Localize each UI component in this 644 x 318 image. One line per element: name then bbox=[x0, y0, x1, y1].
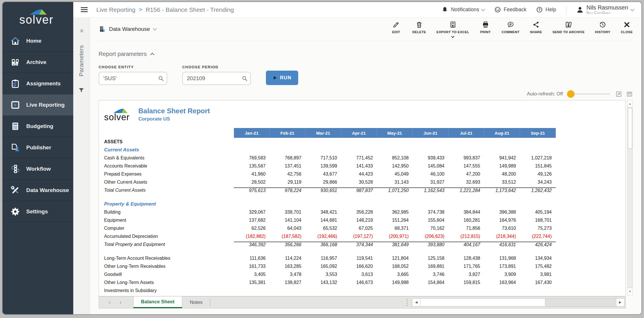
cell-value: (222,744) bbox=[520, 234, 556, 239]
row-values: 3,4053,4783,5533,6133,6653,7463,8273,909… bbox=[234, 272, 556, 277]
scroll-left-icon[interactable]: ◀ bbox=[412, 299, 420, 306]
table-row-property-equipment: Property & Equipment bbox=[104, 200, 626, 208]
feedback-button[interactable]: Feedback bbox=[494, 6, 526, 13]
history-button[interactable]: HISTORY bbox=[595, 21, 610, 34]
cell-value: 128,438 bbox=[448, 256, 484, 261]
hamburger-menu-icon[interactable] bbox=[81, 7, 88, 12]
notifications-button[interactable]: Notifications bbox=[442, 6, 485, 13]
cell-value: 404,167 bbox=[448, 242, 484, 247]
filter-funnel-icon[interactable] bbox=[78, 87, 85, 93]
scroll-up-icon[interactable]: ▲ bbox=[628, 100, 632, 108]
cell-value: 29,866 bbox=[305, 180, 341, 185]
row-label: Equipment bbox=[104, 218, 234, 223]
vertical-scroll-thumb[interactable] bbox=[628, 108, 632, 149]
cell-value: 987,837 bbox=[341, 188, 377, 193]
slider-knob[interactable] bbox=[567, 90, 574, 98]
share-button[interactable]: SHARE bbox=[530, 21, 542, 34]
sidebar-item-publisher[interactable]: Publisher bbox=[3, 137, 73, 158]
auto-refresh-slider[interactable] bbox=[567, 90, 610, 98]
horizontal-scrollbar[interactable]: ◀ ▶ bbox=[412, 298, 624, 306]
cell-value: 49,126 bbox=[520, 172, 556, 177]
row-label: Other Current Assets bbox=[104, 180, 234, 185]
row-values: 137,682141,104144,681148,219151,264155,6… bbox=[234, 218, 556, 223]
table-row-accounts-receivable: Accounts Receivable135,567137,451139,599… bbox=[104, 162, 626, 170]
edit-button[interactable]: EDIT bbox=[390, 21, 402, 34]
cell-value: 366,168 bbox=[305, 242, 341, 247]
help-button[interactable]: Help bbox=[536, 6, 556, 13]
search-icon[interactable] bbox=[241, 75, 248, 82]
sidebar-item-budgeting[interactable]: Budgeting bbox=[3, 116, 73, 137]
cell-value: 160,281 bbox=[448, 218, 484, 223]
cell-value: 73,610 bbox=[484, 226, 520, 231]
sidebar: solver HomeArchiveAssignmentsLive Report… bbox=[3, 2, 73, 314]
export-to-excel-button[interactable]: EXPORT TO EXCEL bbox=[436, 21, 469, 37]
delete-button[interactable]: DELETE bbox=[412, 21, 426, 34]
table-row-cash-equivalents: Cash & Equivalents769,583768,897717,5107… bbox=[104, 154, 626, 162]
splitter-handle-icon[interactable] bbox=[407, 296, 408, 308]
cell-value: 144,681 bbox=[305, 218, 341, 223]
scroll-down-icon[interactable]: ▼ bbox=[628, 288, 632, 295]
cell-value: 137,451 bbox=[270, 163, 305, 169]
breadcrumb-section[interactable]: Live Reporting bbox=[96, 6, 135, 13]
report-solver-logo: solver bbox=[104, 108, 130, 121]
play-icon bbox=[273, 76, 277, 80]
column-header: Mar-21 bbox=[305, 128, 341, 138]
user-menu[interactable]: Nils Rasmussen Nils CorpDemo bbox=[576, 5, 634, 15]
cell-value: 771,452 bbox=[341, 155, 377, 161]
cell-value: 356,228 bbox=[341, 210, 377, 215]
sheet-tab-balance-sheet[interactable]: Balance Sheet bbox=[133, 296, 182, 308]
cell-value: 173,891 bbox=[484, 264, 520, 269]
toolbar-button-label: HISTORY bbox=[595, 30, 610, 34]
row-label: Current Assets bbox=[104, 147, 234, 153]
cell-value: 171,765 bbox=[448, 264, 484, 269]
search-icon[interactable] bbox=[158, 75, 164, 82]
tab-next-icon[interactable]: › bbox=[119, 299, 121, 306]
table-row-other-long-term-assets: Other Long-Term Assets135,381138,827143,… bbox=[104, 279, 626, 287]
vertical-scrollbar[interactable]: ▲ ▼ bbox=[627, 100, 633, 295]
close-button[interactable]: CLOSE bbox=[621, 21, 633, 34]
sidebar-item-live-reporting[interactable]: Live Reporting bbox=[3, 94, 73, 116]
cell-value: 75,273 bbox=[520, 226, 556, 231]
cell-value: 3,613 bbox=[341, 272, 377, 277]
column-header: Apr-21 bbox=[341, 128, 377, 138]
sheet-tab-bar: ‹ › Balance SheetNotes ◀ ▶ bbox=[99, 296, 626, 308]
entity-input[interactable] bbox=[99, 72, 167, 85]
popout-icon[interactable] bbox=[615, 91, 622, 97]
horizontal-scroll-thumb[interactable] bbox=[420, 299, 545, 306]
period-input[interactable] bbox=[182, 72, 251, 85]
send-to-archive-button[interactable]: SEND TO ARCHIVE bbox=[553, 21, 585, 34]
horizontal-scroll-track[interactable] bbox=[545, 299, 616, 306]
row-label: Building bbox=[104, 210, 234, 215]
sidebar-item-assignments[interactable]: Assignments bbox=[3, 73, 73, 94]
sidebar-item-home[interactable]: Home bbox=[3, 30, 73, 52]
print-button[interactable]: PRINT bbox=[480, 21, 491, 34]
send-to-archive-icon bbox=[565, 21, 572, 28]
cell-value: 142,950 bbox=[377, 163, 413, 169]
vertical-scroll-track[interactable] bbox=[628, 149, 632, 288]
tab-prev-icon[interactable]: ‹ bbox=[109, 299, 111, 306]
sidebar-item-settings[interactable]: Settings bbox=[3, 201, 73, 222]
sidebar-item-archive[interactable]: Archive bbox=[3, 52, 73, 73]
breadcrumb-separator: > bbox=[139, 6, 142, 13]
period-field: CHOOSE PERIOD bbox=[182, 65, 251, 85]
comment-button[interactable]: COMMENT bbox=[502, 21, 519, 34]
cell-value: 42,756 bbox=[270, 172, 305, 177]
table-body: ASSETSCurrent AssetsCash & Equivalents76… bbox=[104, 138, 626, 295]
table-view-icon[interactable] bbox=[626, 91, 633, 97]
report-parameters-header[interactable]: Report parameters bbox=[99, 51, 633, 57]
sidebar-item-data-warehouse[interactable]: Data Warehouse bbox=[3, 180, 73, 201]
sidebar-item-workflow[interactable]: Workflow bbox=[3, 158, 73, 180]
cell-value: 143,132 bbox=[305, 280, 341, 285]
cell-value: 125,158 bbox=[413, 256, 448, 261]
sidebar-item-label: Archive bbox=[26, 59, 46, 65]
data-source-dropdown[interactable]: Data Warehouse bbox=[99, 26, 156, 33]
expand-chevrons-icon[interactable]: » bbox=[77, 29, 85, 33]
sheet-tab-notes[interactable]: Notes bbox=[182, 296, 210, 308]
scroll-right-icon[interactable]: ▶ bbox=[616, 299, 624, 306]
toolbar-button-label: EXPORT TO EXCEL bbox=[436, 30, 469, 34]
cell-value: 168,052 bbox=[377, 264, 413, 269]
print-icon bbox=[482, 21, 489, 28]
run-button[interactable]: RUN bbox=[266, 71, 298, 85]
report-sheet: solver Balance Sheet Report Corporate US… bbox=[99, 100, 626, 296]
cell-value: 29,119 bbox=[270, 180, 305, 185]
